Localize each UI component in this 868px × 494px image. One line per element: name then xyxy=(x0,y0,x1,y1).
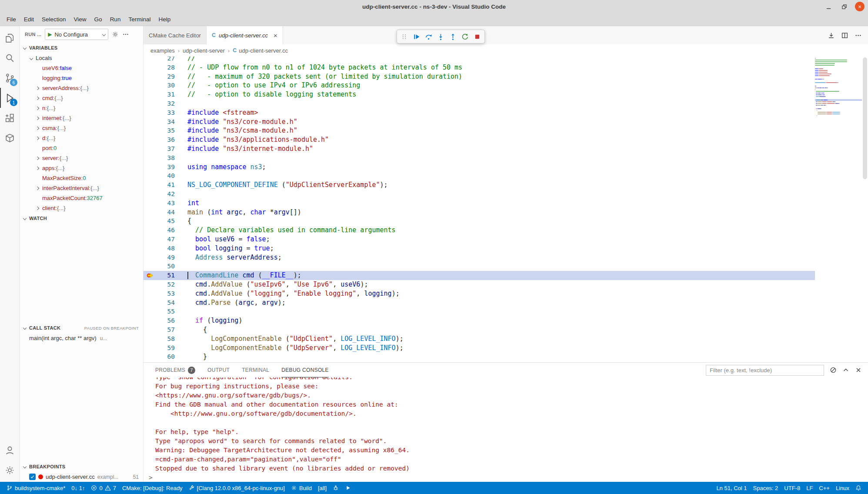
gutter[interactable] xyxy=(144,180,157,190)
panel-tab-debug-console[interactable]: DEBUG CONSOLE xyxy=(281,363,329,377)
console-filter-input[interactable] xyxy=(706,365,824,376)
launch-config-dropdown[interactable]: ▶ No Configura xyxy=(45,29,108,40)
status-cursor-position[interactable]: Ln 51, Col 1 xyxy=(713,482,750,494)
breakpoint-checkbox[interactable] xyxy=(29,474,36,480)
gutter[interactable] xyxy=(144,361,157,362)
gutter[interactable] xyxy=(144,126,157,135)
variable-row[interactable]: cmd: {...} xyxy=(20,93,143,103)
menu-item-file[interactable]: File xyxy=(3,14,20,24)
gutter[interactable] xyxy=(144,298,157,307)
tab-udp-client-server-cc[interactable]: Cudp-client-server.cc× xyxy=(207,26,283,44)
variable-row[interactable]: apps: {...} xyxy=(20,163,143,173)
variable-row[interactable]: logging: true xyxy=(20,73,143,83)
gutter[interactable] xyxy=(144,334,157,344)
status-run-button[interactable] xyxy=(342,482,354,494)
gutter[interactable] xyxy=(144,99,157,108)
breadcrumb-item-udp-client-server-cc[interactable]: Cudp-client-server.cc xyxy=(233,47,288,54)
gutter[interactable] xyxy=(144,307,157,316)
status-cmake-target[interactable]: [all] xyxy=(315,482,330,494)
gutter[interactable] xyxy=(144,63,157,72)
close-tab-icon[interactable]: × xyxy=(274,32,277,39)
gutter[interactable] xyxy=(144,117,157,127)
menu-item-go[interactable]: Go xyxy=(90,14,106,24)
gutter[interactable] xyxy=(144,352,157,361)
variable-row[interactable]: csma: {...} xyxy=(20,123,143,133)
status-cmake-build[interactable]: Build xyxy=(288,482,315,494)
status-indentation[interactable]: Spaces: 2 xyxy=(750,482,781,494)
gutter[interactable] xyxy=(144,154,157,163)
status-cmake-status[interactable]: CMake: [Debug]: Ready xyxy=(119,482,186,494)
menu-item-selection[interactable]: Selection xyxy=(38,14,70,24)
gutter[interactable] xyxy=(144,72,157,81)
activity-cmake[interactable] xyxy=(0,128,19,148)
gutter[interactable] xyxy=(144,90,157,99)
menu-item-edit[interactable]: Edit xyxy=(20,14,38,24)
split-editor-icon[interactable] xyxy=(841,32,848,39)
activity-accounts[interactable] xyxy=(0,440,19,460)
variable-row[interactable]: client: {...} xyxy=(20,203,143,213)
variable-row[interactable]: MaxPacketSize: 0 xyxy=(20,173,143,183)
gutter[interactable] xyxy=(144,163,157,172)
start-debug-icon[interactable]: ▶ xyxy=(48,31,52,37)
status-git-sync[interactable]: 0↓ 1↑ xyxy=(68,482,88,494)
gutter[interactable] xyxy=(144,244,157,253)
download-icon[interactable] xyxy=(828,32,835,39)
restore-icon[interactable] xyxy=(839,2,849,11)
console-prompt[interactable]: > xyxy=(149,473,868,482)
gutter[interactable] xyxy=(144,325,157,334)
status-git-branch[interactable]: buildsystem-cmake* xyxy=(3,482,68,494)
variable-row[interactable]: internet: {...} xyxy=(20,113,143,123)
minimize-icon[interactable] xyxy=(824,2,833,11)
variable-row[interactable]: port: 0 xyxy=(20,143,143,153)
activity-settings[interactable] xyxy=(0,460,19,480)
activity-run-and-debug[interactable]: 1 xyxy=(0,88,19,108)
variable-row[interactable]: useV6: false xyxy=(20,63,143,73)
gutter[interactable] xyxy=(144,289,157,298)
current-stackframe-icon[interactable] xyxy=(144,271,157,280)
scrollbar-slider[interactable] xyxy=(863,57,867,179)
activity-source-control[interactable]: 6 xyxy=(0,68,19,88)
step-out-button[interactable] xyxy=(447,31,459,42)
panel-tab-output[interactable]: OUTPUT xyxy=(207,363,230,377)
close-panel-icon[interactable] xyxy=(855,367,862,374)
gutter[interactable] xyxy=(144,81,157,90)
gutter[interactable] xyxy=(144,253,157,262)
breakpoint-row[interactable]: udp-client-server.cc exampl... 51 xyxy=(20,472,143,482)
breadcrumb-item-udp-client-server[interactable]: udp-client-server xyxy=(183,47,225,54)
debug-console[interactable]: Type "show configuration" for configurat… xyxy=(144,377,868,482)
variable-row[interactable]: maxPacketCount: 32767 xyxy=(20,193,143,203)
variable-row[interactable]: n: {...} xyxy=(20,103,143,113)
gear-icon[interactable] xyxy=(112,31,119,38)
gutter[interactable] xyxy=(144,57,157,63)
variable-row[interactable]: interPacketInterval: {...} xyxy=(20,183,143,193)
step-over-button[interactable] xyxy=(423,31,434,42)
gutter[interactable] xyxy=(144,280,157,289)
activity-extensions[interactable] xyxy=(0,108,19,128)
gutter[interactable] xyxy=(144,144,157,154)
gutter[interactable] xyxy=(144,262,157,271)
restart-button[interactable] xyxy=(459,31,471,42)
watch-section-header[interactable]: WATCH xyxy=(20,213,143,224)
variable-row[interactable]: serverAddress: {...} xyxy=(20,83,143,93)
minimap[interactable] xyxy=(815,57,862,362)
status-language-mode[interactable]: C++ xyxy=(816,482,833,494)
gutter[interactable] xyxy=(144,235,157,244)
close-window-icon[interactable]: × xyxy=(855,2,865,11)
step-into-button[interactable] xyxy=(435,31,447,42)
continue-button[interactable] xyxy=(411,31,422,42)
gutter[interactable] xyxy=(144,316,157,325)
status-cmake-kit[interactable]: [Clang 12.0.0 x86_64-pc-linux-gnu] xyxy=(186,482,288,494)
locals-scope[interactable]: Locals xyxy=(20,53,143,63)
gutter[interactable] xyxy=(144,135,157,144)
status-eol[interactable]: LF xyxy=(803,482,816,494)
activity-explorer[interactable] xyxy=(0,28,19,48)
gutter[interactable] xyxy=(144,208,157,217)
menu-item-terminal[interactable]: Terminal xyxy=(124,14,154,24)
code-editor[interactable]: 27//28// - UDP flow from n0 to n1 of 102… xyxy=(144,57,868,362)
stack-frame-row[interactable]: main(int argc, char ** argv) u... xyxy=(20,333,143,343)
call-stack-section-header[interactable]: CALL STACK PAUSED ON BREAKPOINT xyxy=(20,323,143,333)
variables-section-header[interactable]: VARIABLES xyxy=(20,43,143,53)
status-problems[interactable]: 07 xyxy=(88,482,119,494)
menu-item-run[interactable]: Run xyxy=(106,14,125,24)
status-debug-button[interactable] xyxy=(330,482,342,494)
